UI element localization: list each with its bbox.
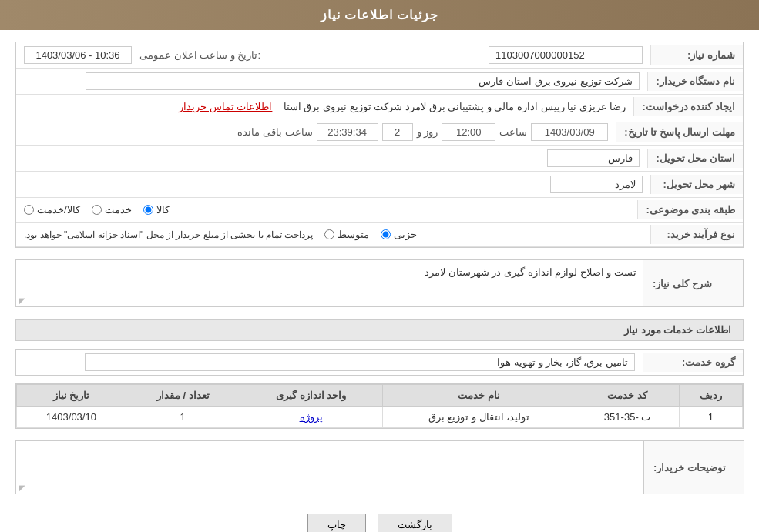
buyer-desc-section: توضیحات خریدار: ◤	[15, 440, 744, 494]
buttons-row: بازگشت چاپ	[15, 506, 744, 532]
deadline-days: 2	[382, 123, 413, 141]
purchase-motawaset-option[interactable]: متوسط	[324, 229, 369, 240]
service-group-label: گروه خدمت:	[682, 356, 735, 368]
deadline-days-label: روز و	[417, 126, 438, 138]
buyer-desc-box: ◤	[15, 440, 643, 494]
cell-unit: پروژه	[240, 407, 382, 428]
category-kala-khadamat-option[interactable]: کالا/خدمت	[24, 204, 80, 216]
deadline-remaining-label: ساعت باقی مانده	[237, 126, 312, 138]
services-title: اطلاعات خدمات مورد نیاز	[15, 319, 744, 341]
deadline-value: 1403/03/09 ساعت 12:00 روز و 2 23:39:34 س…	[16, 119, 616, 145]
city-value: لامرد	[16, 172, 650, 197]
purchase-desc: پرداخت تمام یا بخشی از مبلغ خریدار از مح…	[24, 229, 313, 240]
cell-count: 1	[126, 407, 240, 428]
services-section: اطلاعات خدمات مورد نیاز گروه خدمت: تامین…	[15, 319, 744, 429]
deadline-time: 12:00	[442, 123, 495, 141]
service-group-value: تامین برق، گاز، بخار و تهویه هوا	[85, 353, 635, 371]
province-row: استان محل تحویل: فارس	[16, 146, 743, 172]
buyer-org-label: نام دستگاه خریدار:	[647, 72, 743, 91]
cell-row: 1	[679, 407, 742, 428]
category-row: طبقه بندی موضوعی: کالا/خدمت خدمت کالا	[16, 198, 743, 223]
category-label: طبقه بندی موضوعی:	[637, 200, 743, 219]
creator-value: رضا عزیزی نیا رییس اداره مالی و پشتیبانی…	[16, 97, 633, 116]
back-button[interactable]: بازگشت	[378, 514, 452, 532]
purchase-type-value: پرداخت تمام یا بخشی از مبلغ خریدار از مح…	[16, 225, 650, 244]
deadline-row: مهلت ارسال پاسخ تا تاریخ: 1403/03/09 ساع…	[16, 119, 743, 146]
category-kala-option[interactable]: کالا	[143, 204, 170, 216]
description-section: شرح کلی نیاز: تست و اصلاح لوازم اندازه گ…	[15, 259, 744, 307]
col-header-row: ردیف	[679, 385, 742, 407]
purchase-jozii-option[interactable]: جزیی	[381, 229, 417, 240]
need-number-row: شماره نیاز: 1103007000000152 1403/03/06 …	[16, 42, 743, 69]
purchase-type-row: نوع فرآیند خرید: پرداخت تمام یا بخشی از …	[16, 223, 743, 247]
deadline-label: مهلت ارسال پاسخ تا تاریخ:	[616, 122, 743, 142]
contact-link[interactable]: اطلاعات تماس خریدار	[179, 101, 272, 112]
announce-label: تاریخ و ساعت اعلان عمومی:	[139, 49, 260, 61]
page-header: جزئیات اطلاعات نیاز	[0, 0, 759, 30]
main-info-block: شماره نیاز: 1103007000000152 1403/03/06 …	[15, 42, 744, 248]
col-header-name: نام خدمت	[382, 385, 576, 407]
city-row: شهر محل تحویل: لامرد	[16, 172, 743, 198]
services-table: ردیف کد خدمت نام خدمت واحد اندازه گیری ت…	[15, 383, 744, 429]
need-number-label: شماره نیاز:	[650, 45, 743, 65]
need-number-value: 1103007000000152	[291, 42, 650, 68]
announce-value: 1403/03/06 - 10:36	[24, 46, 132, 64]
cell-name: تولید، انتقال و توزیع برق	[382, 407, 576, 428]
buyer-org-value: شرکت توزیع نیروی برق استان فارس	[16, 69, 647, 94]
category-khadamat-option[interactable]: خدمت	[92, 204, 132, 216]
deadline-time-label: ساعت	[499, 126, 527, 138]
col-header-count: تعداد / مقدار	[126, 385, 240, 407]
buyer-org-row: نام دستگاه خریدار: شرکت توزیع نیروی برق …	[16, 69, 743, 95]
col-header-unit: واحد اندازه گیری	[240, 385, 382, 407]
city-label: شهر محل تحویل:	[650, 175, 743, 194]
col-header-code: کد خدمت	[576, 385, 679, 407]
service-group-row: گروه خدمت: تامین برق، گاز، بخار و تهویه …	[15, 349, 744, 376]
category-radios: کالا/خدمت خدمت کالا	[16, 200, 637, 219]
cell-date: 1403/03/10	[17, 407, 126, 428]
col-header-date: تاریخ نیاز	[17, 385, 126, 407]
description-title: شرح کلی نیاز:	[653, 278, 712, 289]
creator-row: ایجاد کننده درخواست: رضا عزیزی نیا رییس …	[16, 95, 743, 119]
print-button[interactable]: چاپ	[307, 514, 366, 532]
page-title: جزئیات اطلاعات نیاز	[321, 8, 439, 22]
deadline-date: 1403/03/09	[531, 123, 608, 141]
province-label: استان محل تحویل:	[647, 149, 743, 168]
purchase-type-label: نوع فرآیند خرید:	[650, 225, 743, 244]
province-value: فارس	[16, 146, 647, 171]
description-content: تست و اصلاح لوازم اندازه گیری در شهرستان…	[16, 260, 643, 306]
buyer-desc-label: توضیحات خریدار:	[643, 440, 744, 494]
cell-code: ت -35-351	[576, 407, 679, 428]
table-row: 1ت -35-351تولید، انتقال و توزیع برقپروژه…	[17, 407, 743, 428]
deadline-remaining: 23:39:34	[317, 123, 378, 141]
creator-label: ایجاد کننده درخواست:	[633, 97, 743, 116]
